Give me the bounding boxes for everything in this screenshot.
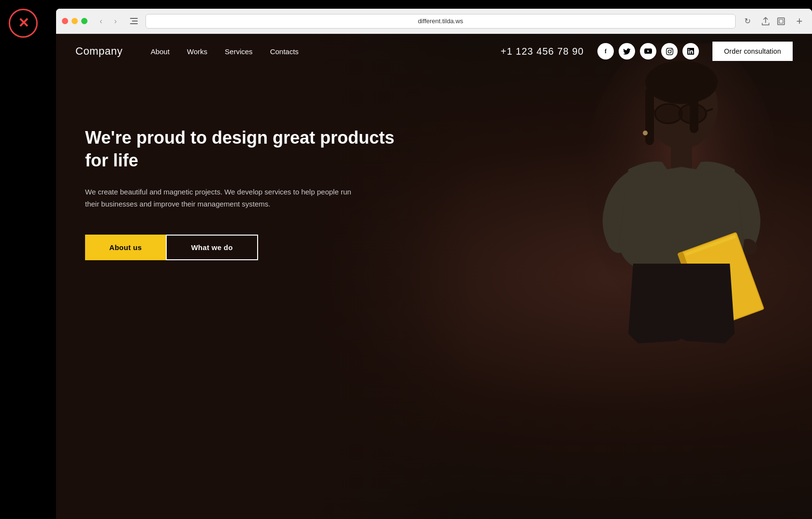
close-button-overlay: ✕	[9, 9, 38, 38]
traffic-light-green[interactable]	[81, 18, 87, 24]
close-circle: ✕	[9, 9, 38, 38]
nav-links: About Works Services Contacts	[142, 34, 501, 69]
sidebar-toggle-button[interactable]	[127, 15, 141, 28]
twitter-icon[interactable]	[619, 43, 635, 59]
svg-rect-4	[779, 19, 783, 23]
nav-logo[interactable]: Company	[75, 45, 123, 58]
traffic-light-red[interactable]	[62, 18, 68, 24]
toolbar-right	[759, 15, 788, 28]
linkedin-icon[interactable]	[682, 43, 699, 59]
new-tab-button[interactable]: +	[793, 15, 806, 28]
title-bar: ‹ › different.tilda.ws ↻	[56, 9, 812, 34]
fullscreen-button[interactable]	[774, 15, 788, 28]
close-x-icon: ✕	[18, 16, 29, 30]
hero-buttons: About us What we do	[85, 235, 404, 260]
share-button[interactable]	[759, 15, 772, 28]
order-consultation-button[interactable]: Order consultation	[712, 42, 793, 61]
svg-rect-2	[130, 23, 138, 24]
website-content: Company About Works Services Contacts +1…	[56, 34, 812, 519]
back-button[interactable]: ‹	[94, 15, 108, 28]
nav-link-works[interactable]: Works	[178, 34, 216, 69]
address-bar[interactable]: different.tilda.ws	[145, 14, 736, 29]
what-we-do-button[interactable]: What we do	[166, 235, 258, 260]
nav-link-about[interactable]: About	[142, 34, 178, 69]
social-icons: f	[597, 43, 699, 59]
traffic-lights	[62, 18, 87, 24]
hero-subtitle: We create beautiful and magnetic project…	[85, 186, 365, 210]
url-text: different.tilda.ws	[418, 17, 464, 25]
traffic-light-yellow[interactable]	[72, 18, 78, 24]
svg-rect-1	[132, 21, 138, 22]
svg-rect-0	[130, 18, 138, 19]
youtube-icon[interactable]	[640, 43, 656, 59]
nav-link-services[interactable]: Services	[216, 34, 261, 69]
facebook-icon[interactable]: f	[597, 43, 614, 59]
about-us-button[interactable]: About us	[85, 235, 166, 260]
hero-content: We're proud to design great products for…	[56, 69, 423, 289]
forward-button[interactable]: ›	[109, 15, 122, 28]
nav-phone: +1 123 456 78 90	[501, 46, 584, 57]
hero-title: We're proud to design great products for…	[85, 127, 404, 172]
nav-buttons: ‹ ›	[94, 15, 122, 28]
navigation: Company About Works Services Contacts +1…	[56, 34, 812, 69]
reload-button[interactable]: ↻	[740, 15, 754, 28]
browser-window: ‹ › different.tilda.ws ↻	[56, 9, 812, 519]
svg-rect-3	[778, 18, 784, 25]
nav-link-contacts[interactable]: Contacts	[261, 34, 307, 69]
instagram-icon[interactable]	[661, 43, 678, 59]
